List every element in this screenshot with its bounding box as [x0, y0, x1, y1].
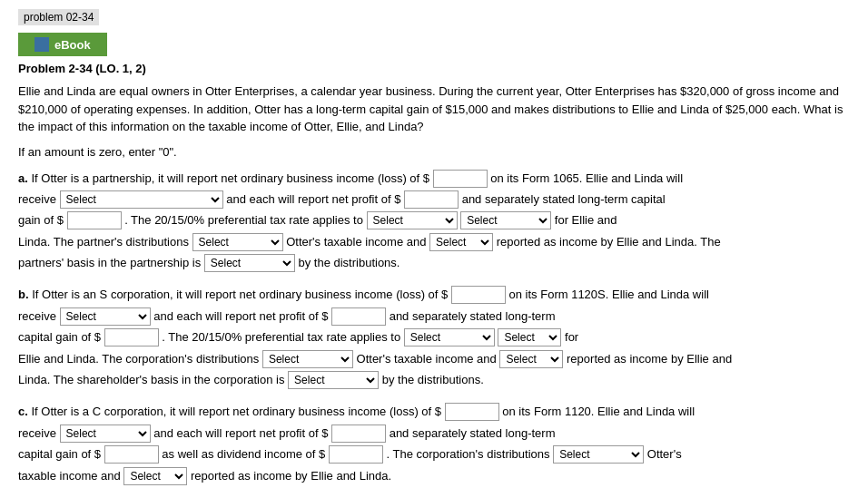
section-b-text4: and each will report net profit of $: [153, 309, 328, 323]
section-b-gain-input[interactable]: [104, 328, 159, 346]
section-b-text6: capital gain of $: [18, 330, 101, 344]
section-b-income-input[interactable]: [451, 286, 506, 304]
section-c: c. If Otter is a C corporation, it will …: [18, 401, 850, 486]
section-b-text7: . The 20/15/0% preferential tax rate app…: [162, 330, 400, 344]
section-c-reported-select[interactable]: Select is is not: [123, 467, 187, 485]
section-b-text10: Otter's taxable income and: [357, 352, 497, 366]
section-b-text13: by the distributions.: [382, 373, 484, 386]
section-c-text5: and separately stated long-term: [390, 426, 556, 440]
section-b-text9: Ellie and Linda. The corporation's distr…: [18, 352, 259, 366]
section-a-applies-select[interactable]: Select the capital gain ordinary income …: [367, 211, 458, 229]
section-b-text2: on its Form 1120S. Ellie and Linda will: [509, 288, 709, 301]
section-a-distributions-select[interactable]: Select reduce do not reduce increase: [192, 233, 283, 251]
section-a-text8: for Ellie and: [555, 213, 617, 227]
section-b-reported-select[interactable]: Select is is not: [499, 350, 563, 368]
section-a-ellie-select[interactable]: Select for Ellie for Linda for both: [460, 211, 551, 229]
section-c-text1: If Otter is a C corporation, it will rep…: [31, 405, 441, 418]
section-b-text1: If Otter is an S corporation, it will re…: [32, 288, 448, 301]
section-a-gain-input[interactable]: [67, 211, 122, 229]
ebook-icon: [35, 37, 49, 52]
zero-note: If an amount is zero, enter "0".: [18, 145, 850, 159]
section-b-basis-select[interactable]: Select reduced increased not affected: [288, 371, 379, 389]
section-a-text13: by the distributions.: [298, 256, 399, 269]
section-a-text9: Linda. The partner's distributions: [18, 235, 189, 249]
section-b-receive-select[interactable]: Select Schedule K-1 Form 1099 None: [60, 307, 151, 326]
section-c-label: c.: [18, 405, 28, 418]
section-c-distributions-select[interactable]: Select reduce do not reduce increase: [553, 445, 644, 464]
section-a-text10: Otter's taxable income and: [286, 235, 426, 249]
problem-text: Ellie and Linda are equal owners in Otte…: [18, 83, 850, 136]
problem-title: Problem 2-34 (LO. 1, 2): [18, 62, 850, 75]
section-c-text11: reported as income by Ellie and Linda.: [191, 469, 391, 483]
section-a-profit-input[interactable]: [404, 190, 459, 209]
section-a-text1: If Otter is a partnership, it will repor…: [31, 171, 429, 185]
section-c-income-input[interactable]: [445, 403, 499, 421]
section-a-receive-select[interactable]: Select Schedule K-1 Form 1099 None: [60, 190, 223, 209]
section-b-text3: receive: [18, 309, 56, 323]
section-b-text8: for: [565, 330, 578, 344]
section-b-applies-select[interactable]: Select the capital gain ordinary income …: [404, 328, 495, 346]
section-a: a. If Otter is a partnership, it will re…: [18, 168, 850, 274]
section-b-for-select[interactable]: Select for both for Ellie for Linda: [498, 328, 561, 346]
section-b-profit-input[interactable]: [331, 307, 386, 326]
ebook-button[interactable]: eBook: [18, 33, 107, 56]
section-c-dividend-input[interactable]: [329, 445, 383, 464]
section-a-reported-select[interactable]: Select is is not: [429, 233, 493, 251]
problem-header-bar: problem 02-34: [18, 9, 99, 25]
section-c-gain-input[interactable]: [104, 445, 159, 464]
section-c-text3: receive: [18, 426, 56, 440]
section-b-distributions-select[interactable]: Select reduce do not reduce increase: [262, 350, 353, 368]
section-c-receive-select[interactable]: Select Schedule K-1 Form 1099 None: [60, 425, 151, 443]
section-b-text5: and separately stated long-term: [390, 309, 556, 323]
section-a-text2: on its Form 1065. Ellie and Linda will: [490, 171, 683, 185]
section-b-text11: reported as income by Ellie and: [567, 352, 732, 366]
section-a-basis-select[interactable]: Select reduced increased not affected: [204, 254, 295, 272]
section-c-text6: capital gain of $: [18, 447, 101, 461]
section-a-text4: and each will report net profit of $: [226, 192, 400, 206]
section-c-text7: as well as dividend income of $: [162, 447, 325, 461]
section-b-text12: Linda. The shareholder's basis in the co…: [18, 373, 284, 386]
section-a-text5: and separately stated long-term capital: [462, 192, 666, 206]
section-b-label: b.: [18, 288, 29, 301]
section-c-text4: and each will report net profit of $: [153, 426, 328, 440]
section-a-text3: receive: [18, 192, 56, 206]
section-a-text12: partners' basis in the partnership is: [18, 256, 201, 269]
section-c-text8: . The corporation's distributions: [387, 447, 550, 461]
ebook-label: eBook: [54, 38, 91, 52]
section-a-text11: reported as income by Ellie and Linda. T…: [497, 235, 721, 249]
section-c-profit-input[interactable]: [331, 425, 386, 443]
section-b: b. If Otter is an S corporation, it will…: [18, 284, 850, 390]
section-a-text6: gain of $: [18, 213, 64, 227]
section-a-income-input[interactable]: [433, 170, 488, 188]
section-c-text2: on its Form 1120. Ellie and Linda will: [502, 405, 695, 418]
section-a-text7: . The 20/15/0% preferential tax rate app…: [124, 213, 363, 227]
section-c-text9: Otter's: [647, 447, 682, 461]
section-c-text10: taxable income and: [18, 469, 121, 483]
section-a-label: a.: [18, 171, 28, 185]
